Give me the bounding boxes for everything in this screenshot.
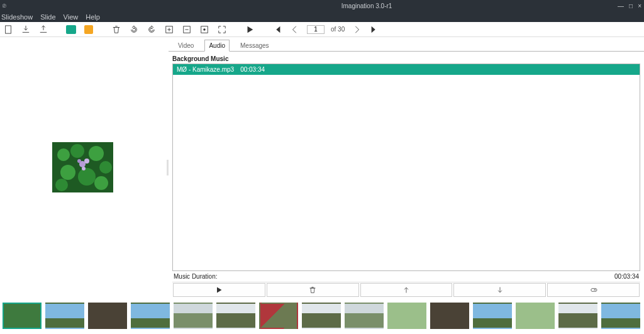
svg-point-16 (77, 159, 81, 163)
last-button[interactable] (369, 24, 380, 35)
page-of-label: of 30 (331, 26, 345, 33)
next-button[interactable] (351, 24, 362, 35)
track-length: 00:03:34 (240, 66, 265, 73)
svg-point-9 (99, 161, 112, 174)
bg-music-heading: Background Music (172, 54, 640, 64)
slide-thumb-9[interactable] (345, 303, 384, 329)
window-close[interactable]: × (638, 3, 641, 9)
preview-image (52, 142, 113, 192)
menu-bar: Slideshow Slide View Help (0, 11, 644, 22)
audio-button[interactable] (83, 24, 94, 35)
slide-thumb-5[interactable] (174, 303, 213, 329)
export-button[interactable] (38, 24, 49, 35)
audio-panel: Background Music MØ - Kamikaze.mp3 00:03… (169, 52, 644, 298)
svg-point-7 (70, 144, 84, 158)
tab-video[interactable]: Video (174, 40, 198, 51)
window-minimize[interactable]: — (618, 3, 624, 9)
svg-point-10 (60, 165, 75, 180)
track-name: MØ - Kamikaze.mp3 (177, 66, 234, 73)
toolbar: of 30 (0, 22, 644, 37)
audio-move-up-button[interactable] (360, 283, 453, 297)
rotate-right-button[interactable] (146, 24, 157, 35)
play-button[interactable] (244, 24, 255, 35)
right-pane: Video Audio Messages Background Music MØ… (169, 37, 644, 298)
titlebar-left: ⎚ (3, 3, 116, 9)
svg-point-12 (94, 176, 108, 190)
image-button[interactable] (65, 24, 77, 35)
svg-point-11 (78, 168, 96, 186)
audio-play-button[interactable] (173, 283, 265, 297)
slide-thumb-8[interactable] (302, 303, 341, 329)
audio-delete-button[interactable] (267, 283, 359, 297)
svg-point-13 (55, 179, 68, 191)
page-input[interactable] (307, 25, 325, 34)
svg-point-17 (82, 167, 86, 170)
slide-thumb-3[interactable] (88, 303, 127, 329)
menu-slideshow[interactable]: Slideshow (1, 13, 33, 21)
slide-thumb-12[interactable] (473, 303, 512, 329)
slide-thumb-1[interactable] (3, 303, 42, 329)
slide-thumb-6[interactable] (216, 303, 255, 329)
main-area: Video Audio Messages Background Music MØ… (0, 37, 644, 298)
zoom-fit-button[interactable] (199, 24, 210, 35)
slide-thumb-2[interactable] (45, 303, 84, 329)
zoom-out-button[interactable] (181, 24, 192, 35)
svg-point-8 (89, 146, 104, 161)
slide-thumb-10[interactable] (387, 303, 426, 329)
svg-point-15 (84, 159, 89, 164)
slide-thumb-13[interactable] (516, 303, 555, 329)
delete-button[interactable] (111, 24, 122, 35)
slide-thumb-15[interactable] (601, 303, 640, 329)
fullscreen-button[interactable] (216, 24, 228, 35)
menu-help[interactable]: Help (86, 13, 100, 21)
track-list[interactable]: MØ - Kamikaze.mp3 00:03:34 (172, 64, 640, 271)
prev-button[interactable] (289, 24, 301, 35)
audio-controls (172, 282, 640, 298)
audio-move-down-button[interactable] (453, 283, 546, 297)
zoom-in-button[interactable] (164, 24, 175, 35)
tab-audio[interactable]: Audio (204, 40, 230, 52)
duration-value: 00:03:34 (614, 273, 639, 280)
window-maximize[interactable]: □ (629, 3, 633, 9)
audio-clear-button[interactable] (547, 283, 640, 297)
svg-rect-0 (6, 25, 11, 33)
preview-pane (0, 37, 167, 298)
tab-messages[interactable]: Messages (236, 40, 274, 51)
menu-slide[interactable]: Slide (40, 13, 55, 21)
slide-thumb-11[interactable] (430, 303, 469, 329)
duration-row: Music Duration: 00:03:34 (172, 271, 640, 282)
rotate-left-button[interactable] (128, 24, 140, 35)
tabs: Video Audio Messages (169, 37, 644, 52)
svg-point-4 (203, 28, 206, 31)
track-row-selected[interactable]: MØ - Kamikaze.mp3 00:03:34 (173, 64, 640, 75)
import-button[interactable] (20, 24, 31, 35)
slide-thumb-4[interactable] (131, 303, 170, 329)
svg-point-6 (57, 148, 70, 161)
menu-view[interactable]: View (64, 13, 79, 21)
new-button[interactable] (3, 24, 14, 35)
first-button[interactable] (272, 24, 283, 35)
slide-thumb-14[interactable] (558, 303, 597, 329)
title-bar: ⎚ Imagination 3.0-r1 — □ × (0, 0, 644, 11)
window-title: Imagination 3.0-r1 (341, 3, 392, 9)
filmstrip[interactable] (0, 298, 644, 334)
duration-label: Music Duration: (174, 273, 217, 280)
app-icon: ⎚ (3, 3, 6, 9)
slide-thumb-7[interactable] (259, 303, 298, 329)
